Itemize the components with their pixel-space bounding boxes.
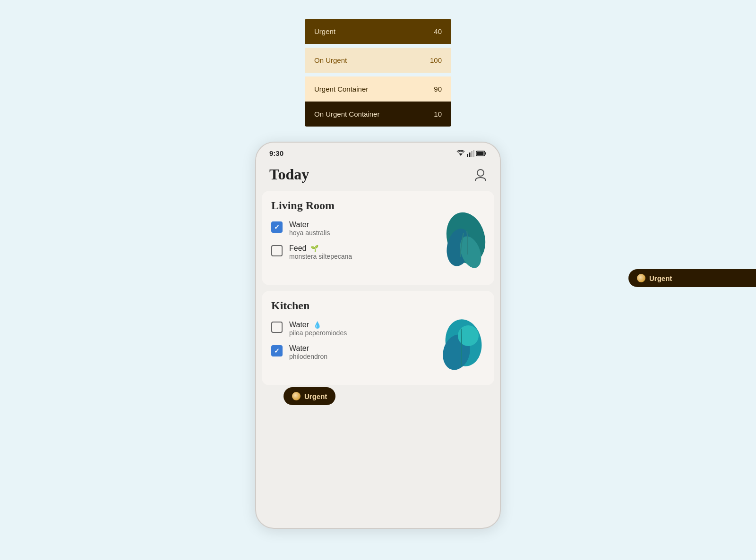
page-title: Today bbox=[269, 166, 309, 183]
urgent-container-value: 90 bbox=[434, 85, 442, 93]
task-action-water-pilea: Water 💧 bbox=[289, 321, 347, 329]
svg-point-14 bbox=[458, 325, 479, 346]
status-icons bbox=[456, 150, 487, 157]
svg-marker-0 bbox=[459, 153, 463, 156]
task-action-water-hoya: Water bbox=[289, 221, 330, 229]
on-urgent-container-swatch: On Urgent Container 10 bbox=[305, 102, 451, 127]
checkbox-water-philodendron[interactable] bbox=[271, 345, 283, 356]
svg-rect-3 bbox=[471, 151, 472, 157]
svg-point-8 bbox=[477, 170, 484, 176]
status-bar: 9:30 bbox=[256, 143, 500, 162]
task-action-feed-monstera: Feed 🌱 bbox=[289, 244, 352, 253]
living-room-plant bbox=[433, 210, 490, 285]
svg-rect-2 bbox=[469, 153, 471, 157]
urgent-dot-left bbox=[292, 392, 301, 400]
swatches-section: Urgent 40 On Urgent 100 Urgent Container… bbox=[305, 19, 451, 127]
avatar-icon[interactable] bbox=[474, 168, 487, 181]
urgent-dot-right bbox=[637, 274, 645, 282]
checkbox-water-hoya[interactable] bbox=[271, 221, 283, 233]
battery-icon bbox=[476, 151, 487, 156]
urgent-value: 40 bbox=[434, 27, 442, 35]
urgent-label: Urgent bbox=[314, 27, 335, 35]
kitchen-section: Kitchen Water 💧 pilea peperomiodes Water bbox=[262, 291, 494, 385]
on-urgent-value: 100 bbox=[430, 56, 442, 64]
task-plant-water-hoya: hoya australis bbox=[289, 229, 330, 237]
checkbox-feed-monstera[interactable] bbox=[271, 245, 283, 256]
phone-time: 9:30 bbox=[269, 149, 284, 157]
svg-rect-4 bbox=[473, 150, 475, 157]
checkbox-water-pilea[interactable] bbox=[271, 322, 283, 333]
task-text-water-philodendron: Water philodendron bbox=[289, 344, 327, 360]
living-room-section: Living Room Water hoya australis Feed 🌱 … bbox=[262, 191, 494, 285]
urgent-swatch: Urgent 40 bbox=[305, 19, 451, 44]
urgent-label-right: Urgent bbox=[649, 274, 672, 282]
task-plant-water-pilea: pilea peperomiodes bbox=[289, 329, 347, 337]
task-text-water-hoya: Water hoya australis bbox=[289, 221, 330, 237]
urgent-tooltip-left: Urgent bbox=[284, 387, 335, 405]
wifi-icon bbox=[456, 150, 465, 157]
kitchen-plant bbox=[433, 310, 490, 385]
task-plant-feed-monstera: monstera siltepecana bbox=[289, 253, 352, 260]
urgent-label-left: Urgent bbox=[304, 392, 327, 400]
svg-rect-7 bbox=[477, 152, 484, 155]
phone-mockup: 9:30 Today bbox=[255, 142, 501, 529]
task-action-water-philodendron: Water bbox=[289, 344, 327, 353]
feed-icon: 🌱 bbox=[310, 245, 318, 252]
water-icon: 💧 bbox=[313, 321, 321, 329]
svg-rect-1 bbox=[467, 154, 468, 157]
on-urgent-label: On Urgent bbox=[314, 56, 347, 64]
on-urgent-swatch: On Urgent 100 bbox=[305, 48, 451, 73]
task-text-feed-monstera: Feed 🌱 monstera siltepecana bbox=[289, 244, 352, 260]
urgent-container-swatch: Urgent Container 90 bbox=[305, 76, 451, 102]
phone-content: Living Room Water hoya australis Feed 🌱 … bbox=[256, 191, 500, 529]
svg-rect-6 bbox=[485, 152, 487, 154]
task-plant-water-philodendron: philodendron bbox=[289, 353, 327, 360]
urgent-container-label: Urgent Container bbox=[314, 85, 368, 93]
on-urgent-container-label: On Urgent Container bbox=[314, 110, 379, 118]
phone-header: Today bbox=[256, 162, 500, 191]
urgent-tooltip-right: Urgent bbox=[628, 269, 756, 287]
on-urgent-container-value: 10 bbox=[434, 110, 442, 118]
task-text-water-pilea: Water 💧 pilea peperomiodes bbox=[289, 321, 347, 337]
signal-icon bbox=[467, 150, 474, 157]
